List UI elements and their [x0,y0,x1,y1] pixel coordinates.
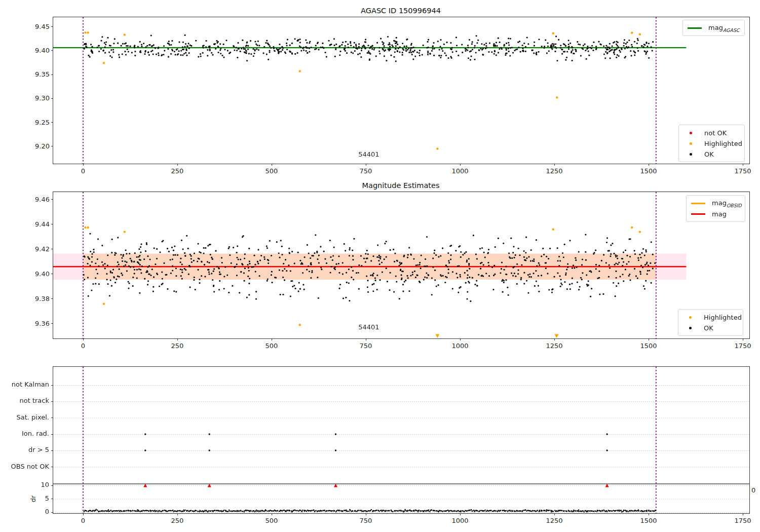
x-tick-label: 750 [351,167,381,175]
x-tick-mark [177,513,178,515]
category-label: OBS not OK [11,463,50,470]
legend-lines: magOBSIDmag [686,195,745,222]
category-label: dr > 5 [28,446,49,453]
y-tick-mark [51,98,53,99]
y-tick-label: 9.35 [35,70,50,78]
dr-tick-mark [51,499,53,499]
x-tick-label: 1250 [539,342,569,350]
x-tick-label: 0 [68,167,98,175]
x-tick-label: 750 [351,342,381,350]
dr-axis-label: dr [29,496,37,503]
legend-label: Highlighted [704,314,742,321]
dr-tick-mark [51,512,53,513]
x-tick-mark [460,338,461,340]
legend-entry: Highlighted [682,312,739,323]
y-tick-mark [51,249,53,249]
x-tick-label: 1000 [445,342,475,350]
x-tick-mark [177,164,178,166]
y-tick-mark [51,224,53,224]
dr-tick-label: 5 [45,495,49,502]
magnitude-report-figure: AGASC ID 150996944 54401 025050075010001… [0,0,760,532]
legend-dot [689,327,692,329]
x-tick-mark [649,164,649,166]
x-tick-mark [743,338,743,340]
agasc-plot-title: AGASC ID 150996944 [53,7,749,15]
x-tick-label: 500 [256,167,287,175]
x-tick-label: 1000 [445,517,475,524]
legend-marker-icon [683,132,698,134]
x-tick-mark [272,338,272,340]
x-tick-label: 1750 [728,517,758,524]
y-tick-label: 9.44 [35,220,50,228]
obsid-annotation-middle: 54401 [358,323,379,331]
x-tick-mark [554,164,555,166]
category-tick-mark [51,450,53,451]
legend-marker-icon [682,327,698,329]
legend-markers: not OKHighlightedOK [678,125,745,162]
x-tick-mark [83,513,84,515]
x-tick-label: 250 [162,517,193,524]
legend-line-icon [691,213,706,214]
y-tick-mark [51,323,53,324]
x-tick-label: 500 [256,517,287,524]
y-tick-mark [51,74,53,75]
obsid-annotation-top: 54401 [358,150,379,158]
legend-label-subscript: AGASC [723,27,740,32]
x-tick-mark [554,513,555,515]
category-tick-mark [51,467,53,467]
flags-dr-canvas [53,367,749,513]
category-label: not Kalman [12,381,49,388]
legend-marker-icon [683,153,698,156]
category-tick-mark [51,417,53,418]
x-tick-mark [460,164,461,166]
x-tick-label: 750 [351,517,381,524]
x-tick-mark [177,338,178,340]
x-tick-mark [554,338,555,340]
legend-line-icon [687,27,702,28]
y-tick-label: 9.25 [35,119,50,126]
x-tick-mark [649,338,649,340]
legend-marker-icon [683,142,698,145]
category-tick-mark [51,401,53,402]
y-tick-label: 9.38 [35,295,50,302]
x-tick-mark [743,513,743,515]
y-tick-label: 9.20 [35,142,50,150]
legend-dot [689,316,692,319]
y-tick-mark [51,122,53,123]
agasc-mag-canvas [53,17,749,164]
legend-label: mag [712,210,727,218]
x-tick-label: 0 [68,517,98,524]
x-tick-label: 1000 [445,167,475,175]
y-tick-label: 9.30 [35,94,50,102]
y-tick-label: 9.42 [35,245,50,253]
dr-tick-label: 0 [45,508,49,515]
category-tick-mark [51,385,53,386]
x-tick-mark [83,164,84,166]
x-tick-label: 1500 [633,517,664,524]
y-tick-mark [51,298,53,299]
category-label: Ion. rad. [22,430,49,437]
x-tick-label: 250 [162,167,193,175]
flags-dr-plot: dr 0 02505007501000125015001750not Kalma… [53,366,750,514]
legend-dot [690,142,692,145]
x-tick-label: 1500 [633,342,664,350]
x-tick-label: 1750 [728,342,758,350]
dr-tick-label: 10 [41,481,49,488]
y-tick-mark [51,199,53,200]
x-tick-mark [366,164,366,166]
y-tick-label: 9.40 [35,270,50,278]
y-tick-mark [51,274,53,274]
legend-label-subscript: OBSID [727,202,742,208]
x-tick-mark [366,513,366,515]
legend-line [691,203,705,205]
y-tick-label: 9.36 [35,320,50,327]
y-tick-label: 9.40 [35,47,50,54]
legend-label: magOBSID [712,199,742,208]
y-tick-mark [51,146,53,146]
y-tick-label: 9.46 [35,196,50,203]
legend-entry: magAGASC [687,23,740,33]
x-tick-mark [366,338,366,340]
legend-label: magAGASC [708,24,740,33]
magnitude-estimates-canvas [53,192,749,338]
category-tick-mark [51,434,53,435]
